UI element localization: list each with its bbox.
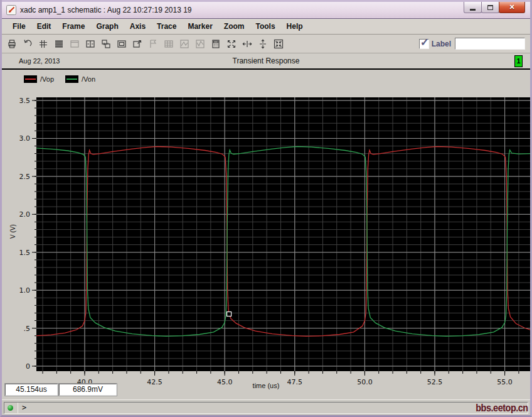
close-button[interactable]: ✕	[499, 2, 525, 13]
legend-swatch	[65, 75, 78, 83]
command-bar: >	[2, 399, 530, 415]
pop-window-icon[interactable]	[130, 36, 145, 51]
page-badge: 1	[514, 55, 523, 67]
zoom-y-icon[interactable]	[193, 36, 208, 51]
menu-item-frame[interactable]: Frame	[56, 20, 90, 33]
cursor-readouts: 45.154us 686.9mV	[5, 384, 118, 396]
y-tick-label: 3.5	[19, 97, 31, 105]
minimize-button[interactable]	[464, 2, 482, 13]
y-tick-label: 0	[26, 362, 30, 371]
menu-item-zoom[interactable]: Zoom	[218, 20, 250, 33]
legend-swatch	[24, 75, 37, 83]
toolbar: ✓ Label	[2, 35, 530, 53]
label-checkbox-text: Label	[432, 40, 451, 48]
graph-header: Aug 22, 2013 Transient Response 1	[2, 53, 530, 70]
label-checkbox[interactable]: ✓	[419, 39, 429, 49]
menu-item-help[interactable]: Help	[281, 20, 309, 33]
menu-item-axis[interactable]: Axis	[124, 20, 151, 33]
plot-region: 40.042.545.047.550.052.555.00.51.01.52.0…	[2, 70, 530, 399]
cursor-y-readout: 686.9mV	[59, 384, 117, 396]
zoom-x-icon[interactable]	[177, 36, 192, 51]
maximize-icon	[487, 5, 493, 10]
menu-item-marker[interactable]: Marker	[182, 20, 218, 33]
y-tick-label: 2.0	[19, 210, 31, 219]
swap-window-icon[interactable]	[98, 36, 114, 51]
cursor-marker[interactable]	[227, 311, 231, 316]
status-led-icon	[8, 405, 13, 411]
command-prompt: >	[18, 403, 26, 412]
graph-title: Transient Response	[2, 57, 530, 65]
undo-icon[interactable]	[20, 36, 35, 51]
menu-item-graph[interactable]: Graph	[90, 20, 124, 33]
window-icon[interactable]	[67, 36, 82, 51]
menu-item-edit[interactable]: Edit	[31, 20, 57, 33]
label-flag-icon[interactable]	[146, 36, 161, 51]
y-tick-label: 1.5	[19, 249, 31, 257]
window-title: xadc amp1_1 schematic : Aug 22 10:27:19 …	[20, 6, 192, 14]
graph-date: Aug 22, 2013	[19, 57, 60, 65]
fit-x-icon[interactable]	[240, 36, 255, 51]
copy-window-icon[interactable]	[114, 36, 129, 51]
fit-icon[interactable]	[224, 36, 239, 51]
legend-item-vop[interactable]: /Vop	[24, 75, 54, 83]
menu-item-trace[interactable]: Trace	[151, 20, 182, 33]
legend-label: /Vop	[40, 75, 54, 83]
close-icon: ✕	[509, 3, 514, 11]
print-icon[interactable]	[4, 36, 19, 51]
watermark: bbs.eetop.cn	[476, 403, 528, 414]
fit-y-icon[interactable]	[255, 36, 270, 51]
label-input[interactable]	[455, 38, 525, 50]
minimize-icon	[470, 9, 476, 11]
menu-bar: FileEditFrameGraphAxisTraceMarkerZoomToo…	[2, 19, 530, 35]
plot-canvas[interactable]: 40.042.545.047.550.052.555.00.51.01.52.0…	[2, 70, 530, 399]
legend-label: /Von	[82, 75, 95, 83]
split-window-icon[interactable]	[83, 36, 98, 51]
strips-icon[interactable]	[51, 36, 66, 51]
y-tick-label: .5	[24, 325, 31, 333]
cursor-x-readout: 45.154us	[5, 384, 58, 396]
legend: /Vop/Von	[24, 75, 107, 83]
app-window: xadc amp1_1 schematic : Aug 22 10:27:19 …	[0, 0, 532, 417]
calculator-icon[interactable]	[208, 36, 223, 51]
legend-item-von[interactable]: /Von	[65, 75, 95, 83]
table-icon[interactable]	[161, 36, 176, 51]
command-field[interactable]: >	[4, 402, 528, 414]
y-tick-label: 2.5	[19, 173, 31, 181]
y-tick-label: 1.0	[19, 286, 31, 295]
title-bar[interactable]: xadc amp1_1 schematic : Aug 22 10:27:19 …	[2, 0, 530, 19]
maximize-button[interactable]	[481, 2, 499, 13]
check-icon: ✓	[420, 36, 429, 49]
y-axis-title: V (V)	[9, 224, 16, 239]
grid-icon[interactable]	[36, 36, 51, 51]
y-tick-label: 3.0	[19, 134, 31, 143]
zoom-fit-icon[interactable]	[271, 36, 286, 51]
app-icon	[6, 5, 16, 15]
menu-item-tools[interactable]: Tools	[250, 20, 280, 33]
menu-item-file[interactable]: File	[7, 20, 31, 33]
